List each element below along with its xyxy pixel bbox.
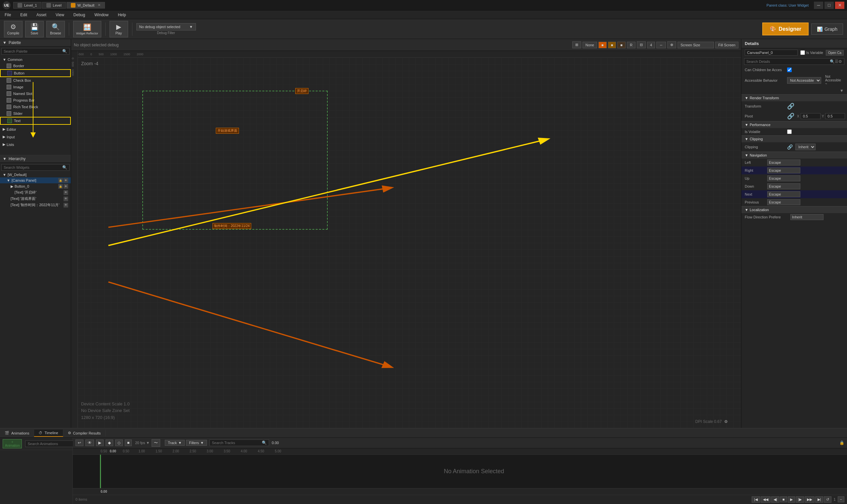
render-transform-header[interactable]: ▼ Render Transform [741, 94, 847, 101]
accessible-behavior-select[interactable]: Not Accessible [787, 77, 821, 84]
details-settings-icon[interactable]: ⚙ [839, 59, 842, 64]
palette-search-button[interactable]: 🔍 [62, 49, 67, 54]
dpi-settings-icon[interactable]: ⚙ [724, 419, 728, 424]
details-view-toggle[interactable]: ☰ [835, 59, 839, 64]
navigation-header[interactable]: ▼ Navigation [741, 151, 847, 159]
animations-tab[interactable]: 🎬 Animations [0, 430, 34, 436]
timeline-play-btn[interactable]: ▶ [96, 439, 104, 446]
tab-level[interactable]: Level [42, 2, 66, 8]
playback-play-btn[interactable]: ▶ [788, 497, 795, 503]
menu-window[interactable]: Window [92, 12, 111, 18]
screen-size-button[interactable]: Screen Size [678, 42, 714, 48]
canvas-4-btn[interactable]: 4 [647, 42, 655, 48]
pivot-y-input[interactable] [825, 113, 845, 119]
play-button[interactable]: ▶ Play [110, 21, 128, 37]
canvas-area[interactable]: -500 0 500 1000 1500 2000 0 500 1000 Zoo… [71, 51, 741, 428]
close-icon[interactable]: ✕ [98, 3, 101, 7]
hier-item-text-kaishi[interactable]: [Text] '开启碎' 👁 [0, 189, 71, 196]
timeline-tool-eye[interactable]: 👁 [85, 439, 94, 446]
canvas-color-3[interactable]: ■ [617, 42, 626, 48]
hier-button0-lock[interactable]: 🔒 [58, 184, 63, 188]
designer-button[interactable]: 🎨 Designer [762, 22, 809, 35]
open-ca-button[interactable]: Open Ca [826, 50, 844, 56]
close-button[interactable]: ✕ [835, 2, 844, 9]
animations-search-bar[interactable]: 🔍 [25, 440, 80, 447]
maximize-button[interactable]: □ [825, 2, 834, 9]
browse-button[interactable]: 🔍 Browse [46, 21, 65, 37]
playback-end-btn[interactable]: ▶| [815, 497, 824, 503]
menu-edit[interactable]: Edit [18, 12, 29, 18]
is-volatile-checkbox[interactable] [787, 129, 792, 134]
can-children-checkbox[interactable] [787, 68, 792, 72]
canvas-panel-frame[interactable]: 开始游戏界面 开启碎 制作时间：2022年11/24 [142, 91, 328, 230]
timeline-tab[interactable]: ⏱ Timeline [34, 430, 63, 437]
tab-wdefault[interactable]: W_Default ✕ [67, 2, 105, 8]
canvas-color-2[interactable]: ■ [608, 42, 616, 48]
canvas-color-1[interactable]: ■ [598, 42, 607, 48]
timeline-lock-icon[interactable]: 🔒 [840, 440, 844, 445]
hier-button0-vis[interactable]: 👁 [64, 184, 68, 188]
hier-item-text-zhizuo[interactable]: [Text] '制作时间：2022年11月' 👁 [0, 202, 71, 208]
hierarchy-search-bar[interactable]: 🔍 [1, 164, 70, 171]
object-name-input[interactable] [745, 50, 798, 56]
save-button[interactable]: 💾 Save [25, 21, 44, 37]
timeline-curve-btn[interactable]: 〜 [151, 439, 160, 447]
palette-search-bar[interactable]: 🔍 [1, 48, 70, 55]
hier-item-button0[interactable]: ▶ Button_0 🔒 👁 [0, 183, 71, 189]
palette-lists-header[interactable]: ▶ Lists [0, 141, 71, 148]
nav-right-select[interactable]: Escape [767, 167, 800, 174]
palette-item-button[interactable]: Button [0, 69, 71, 77]
palette-common-header[interactable]: ▼ Common [0, 57, 71, 62]
search-details-button[interactable]: 🔍 [830, 59, 835, 64]
menu-view[interactable]: View [54, 12, 66, 18]
animations-search-input[interactable] [28, 442, 73, 446]
playback-next-btn[interactable]: ▶▶ [805, 497, 814, 503]
canvas-none-button[interactable]: None [582, 42, 597, 48]
timeline-mode-btn[interactable]: ■ [125, 439, 132, 446]
playback-loop-btn[interactable]: ↺ [824, 497, 831, 503]
timeline-key2-btn[interactable]: ◇ [115, 439, 123, 446]
debug-filter-dropdown[interactable]: No debug object selected ▼ [137, 23, 196, 31]
playback-step-fwd-btn[interactable]: |▶ [796, 497, 804, 503]
palette-item-border[interactable]: Border [0, 62, 71, 69]
canvas-r-btn[interactable]: R [627, 42, 635, 48]
tracks-search-input[interactable] [212, 441, 262, 445]
timeline-fps-dropdown[interactable]: 20 fps ▼ [135, 441, 150, 445]
track-dropdown[interactable]: Track ▼ [165, 440, 185, 446]
tab-level1[interactable]: Level_1 [13, 2, 41, 8]
expand-accessible-icon[interactable]: ▼ [840, 88, 844, 93]
hierarchy-search-input[interactable] [4, 165, 62, 169]
tracks-search-bar[interactable]: 🔍 [210, 439, 269, 446]
menu-debug[interactable]: Debug [72, 12, 87, 18]
performance-header[interactable]: ▼ Performance [741, 121, 847, 128]
palette-search-input[interactable] [4, 49, 62, 53]
nav-left-select[interactable]: Escape [767, 160, 800, 165]
playback-stop-btn[interactable]: ■ [780, 497, 787, 502]
hier-kaishi-vis[interactable]: 👁 [64, 190, 68, 195]
hier-item-wdefault[interactable]: ▼ [W_Default] [0, 172, 71, 177]
canvas-tool-extra2[interactable]: ⊕ [667, 41, 676, 48]
playback-prev-btn[interactable]: ◀◀ [761, 497, 771, 503]
canvas-tool-extra[interactable]: ↔ [656, 42, 666, 48]
timeline-key-btn[interactable]: ◆ [106, 439, 113, 446]
playback-minus-btn[interactable]: − [838, 497, 844, 502]
search-details-bar[interactable]: 🔍 ☰ ⚙ [744, 58, 844, 65]
canvas-grid-btn[interactable]: ⊟ [637, 41, 646, 48]
menu-help[interactable]: Help [116, 12, 128, 18]
nav-previous-select[interactable]: Escape [767, 199, 800, 205]
widget-reflector-button[interactable]: 🪟 Widget Reflector [73, 21, 101, 37]
graph-button[interactable]: 📊 Graph [811, 23, 843, 35]
clipping-header[interactable]: ▼ Clipping [741, 136, 847, 142]
playback-step-back-btn[interactable]: ◀| [771, 497, 779, 503]
fill-screen-button[interactable]: Fill Screen [715, 42, 738, 48]
canvas-tool-grid[interactable]: ⊞ [572, 41, 581, 48]
hierarchy-search-button[interactable]: 🔍 [62, 165, 67, 170]
timeline-tool-1[interactable]: ↩ [75, 439, 84, 446]
add-animation-button[interactable]: + Animation [3, 439, 22, 448]
search-details-input[interactable] [746, 59, 830, 64]
nav-next-select[interactable]: Escape [767, 191, 800, 197]
compiler-results-tab[interactable]: ⚙ Compiler Results [63, 430, 106, 436]
pivot-x-input[interactable] [801, 113, 821, 119]
filters-dropdown[interactable]: Filters ▼ [186, 440, 207, 446]
hier-item-text-youxi[interactable]: [Text] '游戏界面' 👁 [0, 196, 71, 202]
